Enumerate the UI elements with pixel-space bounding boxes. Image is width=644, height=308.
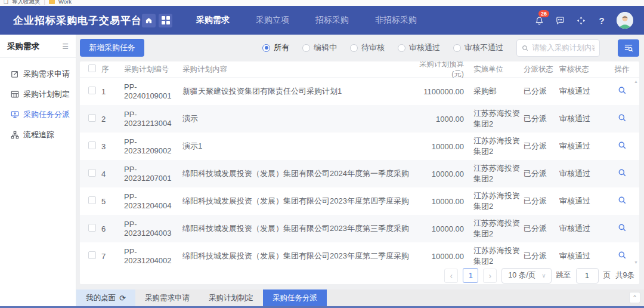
refresh-icon[interactable]: ⟳ (119, 294, 126, 303)
filter-audit-rejected[interactable]: 审核不通过 (453, 42, 503, 53)
row-unit: 江苏苏海投资集团2 (466, 108, 524, 129)
row-checkbox[interactable] (88, 87, 96, 94)
pagination: ‹ 1 › 10 条/页 ∨ 跳至 页 共9条 (80, 267, 639, 284)
row-checkbox[interactable] (88, 114, 96, 122)
row-unit: 江苏苏海投资集团2 (466, 218, 524, 239)
collapse-tabbar-button[interactable]: ⌃ (629, 292, 640, 303)
select-all-checkbox[interactable] (88, 64, 96, 72)
next-page-button[interactable]: › (483, 269, 497, 283)
notifications-button[interactable]: 26 (533, 14, 545, 26)
radio-icon (453, 44, 461, 52)
page-size-select[interactable]: 10 条/页 ∨ (501, 268, 551, 284)
sidebar-item-process-track[interactable]: 流程追踪 (0, 125, 76, 145)
sidebar-item-label: 流程追踪 (23, 130, 54, 140)
tab-label: 我的桌面 (86, 293, 116, 303)
filter-label: 编辑中 (314, 42, 337, 53)
tab-my-desktop[interactable]: 我的桌面 ⟳ (76, 289, 135, 306)
row-checkbox[interactable] (88, 224, 96, 232)
tab-plan-make[interactable]: 采购计划制定 (199, 289, 263, 306)
sidebar: 采购需求 ☰ 采购需求申请 采购计划制定 采购任务分派 流程追踪 (0, 35, 76, 306)
chat-icon (555, 16, 565, 26)
app-title: 企业招标采购电子交易平台 (13, 14, 142, 27)
dispatch-monitor-icon (11, 110, 19, 119)
import-favorites-icon: ❏ (4, 0, 8, 6)
radio-icon (302, 44, 310, 52)
view-detail-icon[interactable] (618, 168, 627, 177)
sidebar-item-task-dispatch[interactable]: 采购任务分派 (0, 104, 76, 125)
row-audit-status: 审核通过 (559, 223, 605, 234)
notification-badge: 26 (538, 10, 549, 17)
sidebar-collapse-icon[interactable]: ☰ (62, 42, 69, 51)
row-checkbox[interactable] (88, 141, 96, 149)
row-budget: 10000.00 (416, 170, 466, 178)
row-budget: 10000.00 (416, 224, 466, 233)
view-detail-icon[interactable] (618, 141, 627, 150)
sidebar-item-plan-make[interactable]: 采购计划制定 (0, 84, 76, 104)
help-button[interactable]: ? (596, 14, 608, 26)
avatar-person-icon (617, 12, 633, 29)
filter-all[interactable]: 所有 (262, 42, 289, 53)
row-unit: 江苏苏海投资集团2 (466, 163, 524, 184)
filter-pending-audit[interactable]: 待审核 (350, 42, 385, 53)
row-unit: 江苏苏海投资集团2 (466, 190, 524, 211)
row-plan-code: PP-20231209002 (124, 137, 182, 155)
add-task-button[interactable]: 新增采购任务 (80, 39, 144, 57)
scrollbar-up-icon[interactable]: ▲ (634, 79, 638, 84)
row-checkbox[interactable] (88, 251, 96, 259)
fullscreen-icon (576, 16, 586, 26)
jump-page-input[interactable] (576, 268, 599, 284)
sitemap-icon (11, 131, 19, 139)
advanced-search-button[interactable] (618, 39, 639, 57)
row-plan-code: PP-20231204004 (124, 192, 182, 210)
filter-label: 审核通过 (409, 42, 440, 53)
view-detail-icon[interactable] (618, 196, 627, 205)
filter-label: 待审核 (361, 42, 385, 53)
fullscreen-button[interactable] (575, 14, 587, 26)
filter-editing[interactable]: 编辑中 (302, 42, 337, 53)
current-page-button[interactable]: 1 (463, 268, 478, 283)
view-detail-icon[interactable] (618, 113, 627, 122)
jump-unit-label: 页 (603, 270, 611, 281)
tab-demand-apply[interactable]: 采购需求申请 (135, 289, 199, 306)
toolbar: 新增采购任务 所有 编辑中 待审核 审核通过 审核不通过 (80, 39, 639, 57)
row-seq: 3 (101, 142, 124, 151)
menu-item-bidding-procurement[interactable]: 招标采购 (315, 15, 349, 26)
bottom-tabbar: 我的桌面 ⟳ 采购需求申请 采购计划制定 采购任务分派 ⌃ (76, 289, 644, 306)
row-checkbox[interactable] (88, 169, 96, 177)
apps-button[interactable] (159, 14, 172, 27)
messages-button[interactable] (554, 14, 566, 26)
home-button[interactable] (142, 14, 156, 27)
row-checkbox[interactable] (88, 196, 96, 204)
table-body: 1 PP-20240109001 新疆天聚建设投资集团有限责任公司采购计划1 1… (80, 78, 639, 267)
row-dispatch-status: 已分派 (524, 223, 559, 234)
row-seq: 5 (101, 197, 124, 206)
view-detail-icon[interactable] (618, 223, 627, 232)
bookmark-folder-label[interactable]: Work (58, 0, 72, 6)
row-budget: 10000.00 (416, 142, 466, 151)
radio-icon (262, 44, 270, 52)
user-avatar[interactable] (617, 12, 633, 29)
row-plan-code: PP-20240109001 (124, 82, 182, 100)
radio-icon (398, 44, 405, 52)
view-detail-icon[interactable] (618, 251, 627, 260)
row-unit: 采购部 (466, 86, 524, 97)
menu-item-nonbidding-procurement[interactable]: 非招标采购 (375, 15, 417, 26)
prev-page-button[interactable]: ‹ (444, 269, 458, 283)
scrollbar-down-icon[interactable]: ▼ (634, 260, 638, 265)
row-dispatch-status: 已分派 (524, 196, 559, 207)
row-plan-code: PP-20231207001 (124, 165, 182, 183)
search-input[interactable] (532, 44, 595, 52)
menu-item-procurement-demand[interactable]: 采购需求 (196, 15, 230, 26)
col-actions: 操作 (605, 64, 639, 75)
sidebar-item-demand-apply[interactable]: 采购需求申请 (0, 64, 76, 84)
table-row: 1 PP-20240109001 新疆天聚建设投资集团有限责任公司采购计划1 1… (80, 78, 639, 105)
tab-label: 采购需求申请 (145, 293, 190, 303)
import-favorites-label[interactable]: 导入收藏夹 (12, 0, 41, 6)
row-budget: 1100000.00 (416, 87, 466, 96)
row-seq: 7 (101, 252, 124, 261)
tab-task-dispatch[interactable]: 采购任务分派 (263, 289, 327, 306)
view-detail-icon[interactable] (618, 86, 627, 95)
filter-audit-passed[interactable]: 审核通过 (398, 42, 440, 53)
menu-item-procurement-initiation[interactable]: 采购立项 (256, 15, 289, 26)
row-plan-content: 绵阳科技城发展投资（发展）集团有限公司2024年度第一季度采购 (182, 168, 416, 179)
